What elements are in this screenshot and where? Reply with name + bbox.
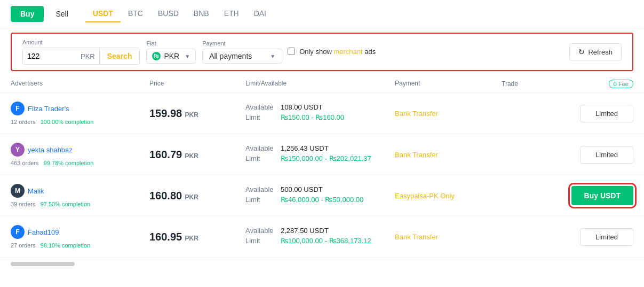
fee-badge: 0 Fee [609, 80, 633, 88]
header-limit: Limit/Available [245, 80, 395, 88]
limited-button[interactable]: Limited [580, 228, 633, 246]
refresh-button[interactable]: ↻ Refresh [569, 43, 622, 60]
price-col: 160.95 PKR [149, 231, 245, 243]
limit-col: Available 1,256.43 USDT Limit ₨150,000.0… [245, 144, 395, 165]
limit-label: Limit [245, 196, 276, 204]
advertiser-name-row: F Fahad109 [11, 225, 149, 239]
limit-range: ₨100,000.00 - ₨368,173.12 [281, 237, 371, 245]
limited-button[interactable]: Limited [580, 146, 633, 164]
header-trade: Trade 0 Fee [502, 80, 633, 88]
advertiser-name[interactable]: yekta shahbaz [28, 146, 73, 154]
top-bar: Buy Sell USDT BTC BUSD BNB ETH DAI [0, 0, 644, 28]
advertiser-name-row: M Malik [11, 184, 149, 198]
trade-label: Trade [502, 80, 518, 88]
advertiser-info: M Malik 39 orders 97.50% completion [11, 184, 149, 207]
payment-group: Payment All payments ▼ [202, 40, 282, 64]
trade-col: Limited [502, 228, 633, 246]
currency-tabs: USDT BTC BUSD BNB ETH DAI [85, 5, 274, 22]
fiat-group: Fiat ₨ PKR ▼ [146, 40, 196, 64]
limit-range: ₨150.00 - ₨160.00 [281, 113, 344, 121]
available-row: Available 2,287.50 USDT [245, 227, 395, 235]
table-body: F Filza Trader's 12 orders 100.00% compl… [0, 93, 644, 258]
advertiser-stats: 27 orders 98.10% completion [11, 242, 149, 249]
currency-tab-eth[interactable]: ETH [217, 5, 247, 22]
limit-col: Available 500.00 USDT Limit ₨46,000.00 -… [245, 185, 395, 206]
fiat-value: PKR [164, 52, 179, 60]
trade-col: Limited [502, 105, 633, 122]
limit-range: ₨46,000.00 - ₨50,000.00 [281, 196, 363, 204]
currency-tab-bnb[interactable]: BNB [186, 5, 217, 22]
currency-tab-dai[interactable]: DAI [247, 5, 274, 22]
amount-label: Amount [22, 39, 140, 45]
limit-col: Available 2,287.50 USDT Limit ₨100,000.0… [245, 227, 395, 247]
table-row: M Malik 39 orders 97.50% completion 160.… [0, 175, 644, 216]
scrollbar-thumb[interactable] [11, 262, 75, 266]
fiat-chevron-icon: ▼ [185, 53, 190, 59]
buy-usdt-button[interactable]: Buy USDT [571, 186, 633, 205]
limited-button[interactable]: Limited [580, 105, 633, 122]
fiat-dot-icon: ₨ [152, 52, 161, 60]
limit-label: Limit [245, 154, 276, 162]
advertiser-name[interactable]: Filza Trader's [28, 105, 69, 113]
header-advertisers: Advertisers [11, 80, 149, 88]
price-currency: PKR [183, 235, 198, 242]
available-row: Available 1,256.43 USDT [245, 144, 395, 152]
merchant-link[interactable]: merchant [333, 48, 362, 56]
advertiser-stats: 12 orders 100.00% completion [11, 119, 149, 125]
payment-select[interactable]: All payments ▼ [202, 49, 282, 64]
available-label: Available [245, 227, 276, 235]
trade-col: Buy USDT [502, 186, 633, 205]
table-row: F Fahad109 27 orders 98.10% completion 1… [0, 216, 644, 258]
advertiser-stats: 39 orders 97.50% completion [11, 201, 149, 207]
limit-label: Limit [245, 237, 276, 245]
avatar: M [11, 184, 25, 198]
fiat-select[interactable]: ₨ PKR ▼ [146, 49, 196, 64]
buy-tab-button[interactable]: Buy [11, 6, 44, 22]
payment-col: Bank Transfer [395, 110, 502, 118]
merchant-checkbox[interactable] [288, 48, 295, 55]
merchant-check-group: Only show merchant ads [288, 48, 376, 57]
advertiser-info: F Filza Trader's 12 orders 100.00% compl… [11, 102, 149, 125]
currency-tab-btc[interactable]: BTC [121, 5, 150, 22]
available-value: 2,287.50 USDT [281, 227, 329, 235]
payment-value: All payments [209, 52, 252, 60]
avatar: Y [11, 143, 25, 157]
filter-bar: Amount PKR Search Fiat ₨ PKR ▼ Payment A… [11, 33, 633, 71]
available-value: 108.00 USDT [281, 103, 323, 111]
refresh-icon: ↻ [578, 48, 585, 56]
currency-tab-usdt[interactable]: USDT [85, 5, 121, 22]
price-currency: PKR [183, 111, 198, 119]
header-payment: Payment [395, 80, 502, 88]
payment-col: Bank Transfer [395, 233, 502, 241]
advertiser-name[interactable]: Fahad109 [28, 228, 59, 236]
advertiser-info: Y yekta shahbaz 463 orders 99.78% comple… [11, 143, 149, 166]
price-col: 160.79 PKR [149, 149, 245, 161]
price-currency: PKR [183, 193, 198, 201]
limit-row: Limit ₨150,000.00 - ₨202,021.37 [245, 154, 395, 162]
available-label: Available [245, 185, 276, 193]
limit-label: Limit [245, 113, 276, 121]
available-label: Available [245, 144, 276, 152]
avatar: F [11, 225, 25, 239]
advertiser-info: F Fahad109 27 orders 98.10% completion [11, 225, 149, 249]
limit-row: Limit ₨100,000.00 - ₨368,173.12 [245, 237, 395, 245]
amount-input-wrap: PKR Search [22, 48, 140, 65]
amount-group: Amount PKR Search [22, 39, 140, 65]
trade-col: Limited [502, 146, 633, 164]
available-value: 500.00 USDT [281, 185, 323, 193]
price-col: 160.80 PKR [149, 190, 245, 202]
advertiser-name[interactable]: Malik [28, 187, 44, 195]
search-button[interactable]: Search [99, 48, 140, 64]
refresh-label: Refresh [588, 48, 613, 56]
limit-row: Limit ₨150.00 - ₨160.00 [245, 113, 395, 121]
currency-tab-busd[interactable]: BUSD [150, 5, 186, 22]
table-row: Y yekta shahbaz 463 orders 99.78% comple… [0, 134, 644, 175]
limit-col: Available 108.00 USDT Limit ₨150.00 - ₨1… [245, 103, 395, 123]
available-value: 1,256.43 USDT [281, 144, 329, 152]
avatar: F [11, 102, 25, 115]
amount-input[interactable] [23, 48, 76, 64]
limit-row: Limit ₨46,000.00 - ₨50,000.00 [245, 196, 395, 204]
payment-tag: Bank Transfer [395, 233, 438, 241]
scrollbar-area [0, 258, 644, 270]
sell-tab-button[interactable]: Sell [46, 6, 77, 22]
